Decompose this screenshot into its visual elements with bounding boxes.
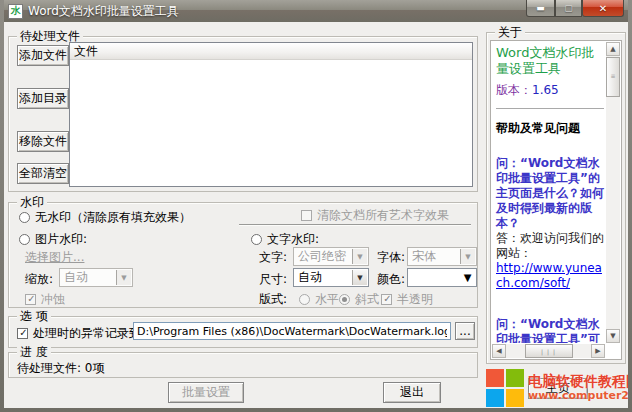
website-link[interactable]: http://www.yuneach.com/soft/ xyxy=(496,261,602,290)
scale-label: 缩放: xyxy=(25,271,53,288)
color-label: 颜色: xyxy=(377,271,405,288)
add-files-button[interactable]: 添加文件 xyxy=(17,45,69,66)
combo-arrow-icon: ▼ xyxy=(460,249,475,264)
log-path-input[interactable] xyxy=(133,322,451,340)
logo-square-red xyxy=(486,369,504,387)
remove-files-button[interactable]: 移除文件 xyxy=(17,131,69,152)
scroll-left-button[interactable]: ◀ xyxy=(492,344,506,358)
close-button[interactable]: ✕ xyxy=(582,0,624,17)
pending-files-group-label: 待处理文件 xyxy=(17,29,83,43)
file-list[interactable]: 文件 xyxy=(69,42,473,187)
picture-watermark-radio-circle xyxy=(19,234,30,245)
app-icon: 水 xyxy=(8,4,23,19)
horizontal-scroll-thumb[interactable]: ❘❘❘ xyxy=(525,344,573,358)
picture-watermark-radio[interactable]: 图片水印: xyxy=(19,231,87,248)
no-watermark-radio[interactable]: 无水印（清除原有填充效果） xyxy=(19,209,191,226)
logo-square-blue xyxy=(486,389,504,407)
scale-combo: 自动 ▼ xyxy=(59,268,133,287)
text-watermark-radio-circle xyxy=(251,234,262,245)
spacer xyxy=(496,291,604,317)
client-area: 待处理文件 添加文件 添加目录 移除文件 全部清空 文件 水印 无水印（清除原有… xyxy=(4,22,628,408)
exit-button[interactable]: 退出 xyxy=(383,382,441,403)
layout-label: 版式: xyxy=(259,291,287,308)
combo-arrow-icon: ▼ xyxy=(116,270,131,285)
site-name: 电脑软硬件教程网 xyxy=(528,373,628,389)
about-richtext: Word文档水印批量设置工具 版本：1.65 帮助及常见问题 问：“Word文档… xyxy=(490,40,622,360)
font-label: 字体: xyxy=(377,249,405,266)
no-watermark-radio-circle xyxy=(19,212,30,223)
faq-question-2: 问：“Word文档水印批量设置工具”可以批量设置Word文档中的页眉页脚内容吗？ xyxy=(496,317,604,343)
text-watermark-radio[interactable]: 文字水印: xyxy=(251,231,319,248)
text-value-label: 文字: xyxy=(259,249,287,266)
caption-buttons: ▬ ▢ ✕ xyxy=(526,0,624,17)
browse-button[interactable]: ... xyxy=(455,322,475,340)
logo-square-green xyxy=(506,369,524,387)
size-combo[interactable]: 自动 ▼ xyxy=(293,268,369,287)
color-combo[interactable]: ▼ xyxy=(407,268,477,287)
about-group: 关于 Word文档水印批量设置工具 版本：1.65 帮助及常见问题 问：“Wor… xyxy=(486,32,626,364)
divider xyxy=(496,108,604,109)
horizontal-scroll-track[interactable]: ❘❘❘ xyxy=(506,344,591,358)
file-list-header[interactable]: 文件 xyxy=(70,43,472,60)
watermark-group: 水印 无水印（清除原有填充效果） 清除文档所有艺术字效果 图片水印: 文字水印:… xyxy=(8,202,478,308)
options-group: 选 项 处理时的异常记录到文件: ... xyxy=(8,316,478,348)
progress-group-label: 进 度 xyxy=(17,345,51,359)
log-exceptions-checkbox-box xyxy=(17,328,28,339)
minimize-button[interactable]: ▬ xyxy=(526,0,555,17)
washout-checkbox-box xyxy=(25,294,36,305)
washout-checkbox: 冲蚀 xyxy=(25,291,65,308)
site-text: 电脑软硬件教程网 www.computer26.com xyxy=(528,373,628,403)
window-title: Word文档水印批量设置工具 xyxy=(28,3,179,20)
watermark-group-label: 水印 xyxy=(17,195,47,209)
combo-arrow-icon: ▼ xyxy=(352,249,367,264)
size-label: 尺寸: xyxy=(259,271,287,288)
vertical-scroll-thumb[interactable]: ≡ xyxy=(606,57,620,97)
combo-arrow-icon: ▼ xyxy=(352,270,367,285)
text-value-combo: 公司绝密 ▼ xyxy=(293,247,369,266)
horizontal-scrollbar[interactable]: ◀ ❘❘❘ ▶ xyxy=(492,344,605,358)
diagonal-radio: 斜式 xyxy=(339,291,379,308)
semitransparent-checkbox-box xyxy=(381,294,392,305)
select-picture-link: 选择图片... xyxy=(25,249,84,266)
version-label: 版本： xyxy=(496,83,532,97)
clear-wordart-checkbox: 清除文档所有艺术字效果 xyxy=(301,207,449,224)
help-heading: 帮助及常见问题 xyxy=(496,121,604,136)
version-value: 1.65 xyxy=(532,83,559,97)
site-watermark: 电脑软硬件教程网 www.computer26.com xyxy=(486,368,628,408)
horizontal-radio: 水平 xyxy=(299,291,339,308)
about-app-name: Word文档水印批量设置工具 xyxy=(496,45,604,77)
semitransparent-checkbox: 半透明 xyxy=(381,291,433,308)
about-content: Word文档水印批量设置工具 版本：1.65 帮助及常见问题 问：“Word文档… xyxy=(493,43,605,343)
horizontal-radio-circle xyxy=(299,294,310,305)
separator xyxy=(239,224,471,226)
progress-status: 待处理文件: 0项 xyxy=(17,360,105,377)
scroll-up-button[interactable]: ▲ xyxy=(606,42,620,56)
progress-group: 进 度 待处理文件: 0项 xyxy=(8,352,478,378)
clear-all-button[interactable]: 全部清空 xyxy=(17,163,69,184)
scroll-down-button[interactable]: ▼ xyxy=(606,329,620,343)
batch-settings-button: 批量设置 xyxy=(168,382,244,403)
clear-wordart-checkbox-box xyxy=(301,210,312,221)
combo-arrow-icon: ▼ xyxy=(460,270,475,285)
title-bar[interactable]: 水 Word文档水印批量设置工具 ▬ ▢ ✕ xyxy=(4,0,628,22)
pending-files-group: 待处理文件 添加文件 添加目录 移除文件 全部清空 文件 xyxy=(8,36,478,192)
windows-logo-icon xyxy=(486,369,524,407)
scroll-right-button[interactable]: ▶ xyxy=(591,344,605,358)
logo-square-yellow xyxy=(506,389,524,407)
diagonal-radio-circle xyxy=(339,294,350,305)
file-column-header: 文件 xyxy=(74,43,98,60)
vertical-scrollbar[interactable]: ▲ ≡ ▼ xyxy=(606,42,620,343)
options-group-label: 选 项 xyxy=(17,309,51,323)
site-url: www.computer26.com xyxy=(528,389,628,403)
about-group-label: 关于 xyxy=(495,25,525,39)
app-window: 水 Word文档水印批量设置工具 ▬ ▢ ✕ 待处理文件 添加文件 添加目录 移… xyxy=(0,0,632,412)
faq-question-1: 问：“Word文档水印批量设置工具”的主页面是什么？如何及时得到最新的版本？ xyxy=(496,156,604,231)
add-directory-button[interactable]: 添加目录 xyxy=(17,88,69,109)
font-combo: 宋体 ▼ xyxy=(407,247,477,266)
faq-answer-1: 答：欢迎访问我们的网站： xyxy=(496,231,604,261)
maximize-button: ▢ xyxy=(555,0,582,17)
